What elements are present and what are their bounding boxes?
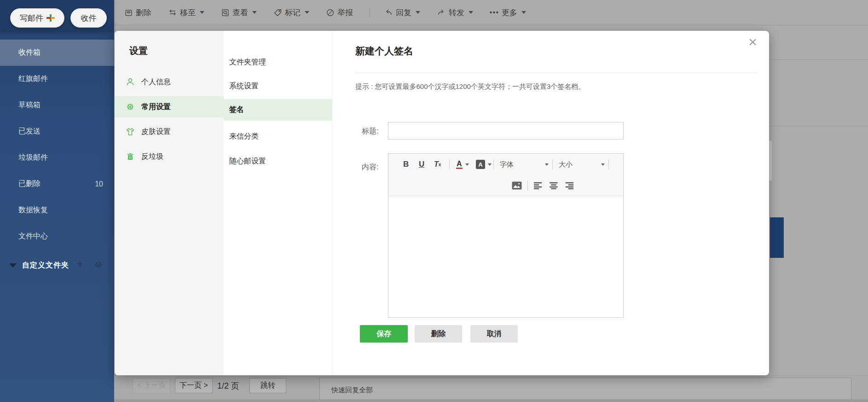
align-right-button[interactable]	[565, 175, 573, 196]
font-color-a-icon: A	[456, 160, 463, 169]
collapse-triangle-icon[interactable]	[9, 263, 17, 268]
chevron-down-icon	[416, 11, 420, 14]
toolbar-more-button[interactable]: ••• 更多	[490, 7, 526, 18]
chevron-down-icon	[200, 11, 204, 14]
mail-toolbar: 删除 移至 查看 标记 举报	[114, 0, 868, 25]
settings-nav-common[interactable]: 常用设置	[115, 96, 224, 117]
toolbar-move-button[interactable]: 移至	[168, 7, 204, 18]
chevron-down-icon	[305, 11, 309, 14]
bold-button[interactable]: B	[403, 154, 409, 175]
sidebar-item-label: 收件箱	[18, 48, 41, 58]
font-size-select[interactable]: 大小	[559, 154, 605, 175]
image-icon	[512, 181, 522, 190]
background-divider	[769, 59, 868, 60]
more-dots-icon: •••	[490, 9, 499, 16]
title-divider	[355, 73, 757, 73]
tag-icon	[273, 8, 282, 17]
sidebar-item-spam[interactable]: 垃圾邮件	[0, 145, 114, 171]
plus-icon	[46, 14, 55, 22]
clear-format-button[interactable]: Tx	[434, 154, 441, 175]
quick-reply-all-box[interactable]: 快速回复全部	[319, 378, 851, 402]
toolbar-reply-button[interactable]: 回复	[384, 7, 420, 18]
delete-button[interactable]: 删除	[415, 325, 462, 343]
subnav-suixin-mail[interactable]: 随心邮设置	[224, 151, 332, 172]
signature-title-input[interactable]	[388, 122, 624, 140]
chevron-down-icon	[521, 11, 526, 14]
insert-image-button[interactable]	[512, 175, 522, 196]
custom-folders-label: 自定义文件夹	[22, 261, 69, 270]
title-field-label: 标题:	[362, 127, 378, 136]
align-left-icon	[534, 182, 542, 189]
add-folder-button[interactable]: +	[76, 257, 84, 271]
chevron-down-icon	[488, 163, 492, 166]
gear-icon	[126, 102, 135, 111]
subnav-signature[interactable]: 签名	[224, 99, 332, 121]
chevron-down-icon	[601, 163, 605, 166]
subnav-folder-management[interactable]: 文件夹管理	[224, 52, 332, 73]
align-center-button[interactable]	[550, 175, 558, 196]
custom-folders-section[interactable]: 自定义文件夹 +	[0, 256, 114, 274]
jump-page-button[interactable]: 跳转	[249, 378, 286, 393]
toolbar-report-button[interactable]: 举报	[326, 7, 353, 18]
save-button[interactable]: 保存	[360, 325, 408, 343]
settings-nav-antispam[interactable]: 反垃圾	[115, 146, 224, 167]
background-scrollbar	[769, 141, 772, 181]
user-icon	[126, 77, 135, 87]
sidebar-item-file-center[interactable]: 文件中心	[0, 223, 114, 250]
sidebar-item-label: 草稿箱	[18, 100, 41, 110]
report-icon	[326, 8, 335, 17]
editor-toolbar-row2	[388, 175, 623, 196]
signature-editor-panel: × 新建个人签名 提示 : 您可设置最多600个汉字或1200个英文字符；一共可…	[332, 31, 769, 375]
font-family-select[interactable]: 字体	[500, 154, 549, 175]
settings-modal: 设置 个人信息 常用设置 皮肤设置 反垃圾 文件夹管理 系统设置 签名 来信分类	[115, 31, 769, 375]
cancel-button[interactable]: 取消	[470, 325, 518, 343]
bg-color-button[interactable]: A	[476, 154, 492, 175]
toolbar-separator	[493, 159, 494, 169]
sidebar-header: 写邮件 收件	[0, 0, 114, 31]
page-indicator: 1/2 页	[217, 378, 239, 393]
settings-title: 设置	[129, 45, 148, 57]
next-page-button[interactable]: 下一页 >	[175, 378, 213, 393]
subnav-mail-classification[interactable]: 来信分类	[224, 126, 332, 147]
toolbar-item-label: 移至	[180, 7, 196, 18]
sidebar-item-sent[interactable]: 已发送	[0, 118, 114, 145]
settings-nav-skin[interactable]: 皮肤设置	[115, 121, 224, 142]
content-field-label: 内容:	[362, 163, 378, 172]
sidebar-item-deleted[interactable]: 已删除 10	[0, 171, 114, 197]
settings-nav-label: 皮肤设置	[141, 127, 171, 137]
folder-settings-button[interactable]	[94, 260, 103, 271]
sidebar-item-inbox[interactable]: 收件箱	[0, 40, 114, 66]
toolbar-forward-button[interactable]: 转发	[437, 7, 473, 18]
align-left-button[interactable]	[534, 175, 542, 196]
subnav-system-settings[interactable]: 系统设置	[224, 76, 332, 97]
align-center-icon	[550, 182, 558, 189]
toolbar-mark-button[interactable]: 标记	[273, 7, 309, 18]
font-color-button[interactable]: A	[456, 154, 469, 175]
sidebar-item-label: 数据恢复	[18, 205, 48, 215]
compose-mail-button[interactable]: 写邮件	[10, 8, 64, 28]
settings-nav-personal-info[interactable]: 个人信息	[115, 71, 224, 93]
toolbar-separator	[527, 181, 528, 191]
receive-mail-button[interactable]: 收件	[70, 8, 107, 28]
deleted-count-badge: 10	[95, 180, 103, 188]
rich-text-editor: B U Tx A A	[388, 153, 624, 318]
settings-nav-label: 反垃圾	[141, 152, 163, 162]
underline-button[interactable]: U	[419, 154, 424, 175]
background-divider	[769, 126, 868, 126]
prev-page-button[interactable]: < 上一页	[133, 378, 170, 393]
toolbar-delete-button[interactable]: 删除	[124, 7, 151, 18]
sidebar-item-flagged[interactable]: 红旗邮件	[0, 66, 114, 92]
settings-nav-panel: 设置 个人信息 常用设置 皮肤设置 反垃圾	[115, 31, 224, 375]
signature-content-area[interactable]	[388, 196, 623, 317]
toolbar-separator	[370, 7, 370, 17]
toolbar-view-button[interactable]: 查看	[221, 7, 257, 18]
tshirt-icon	[126, 127, 135, 136]
close-icon[interactable]: ×	[748, 35, 757, 49]
panel-title: 新建个人签名	[355, 45, 413, 58]
sidebar-item-data-recovery[interactable]: 数据恢复	[0, 197, 114, 223]
settings-nav-label: 常用设置	[141, 102, 171, 112]
sidebar-item-drafts[interactable]: 草稿箱	[0, 92, 114, 118]
toolbar-item-label: 查看	[232, 7, 248, 18]
background-blue-block	[770, 217, 784, 258]
toolbar-separator	[449, 159, 450, 169]
